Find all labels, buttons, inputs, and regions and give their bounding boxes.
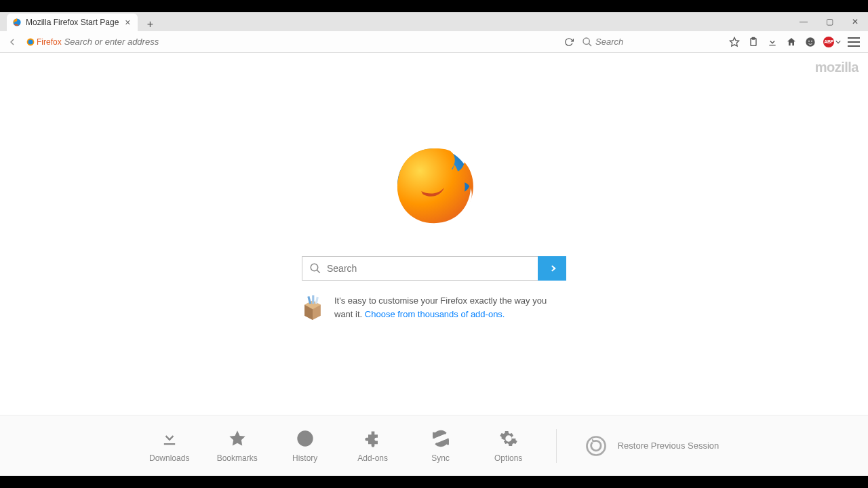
- nav-bar: Firefox ABP: [0, 31, 868, 53]
- search-icon: [582, 37, 593, 47]
- footer-divider: [556, 429, 557, 463]
- svg-point-12: [311, 264, 318, 271]
- launcher-label: Add-ons: [357, 453, 388, 463]
- tab-close-icon[interactable]: ×: [123, 18, 132, 27]
- smiley-icon[interactable]: [804, 36, 816, 48]
- mozilla-brand: mozilla: [815, 60, 859, 75]
- restore-session-button[interactable]: Restore Previous Session: [584, 434, 719, 458]
- clipboard-icon[interactable]: [747, 36, 760, 48]
- start-center: It's easy to customise your Firefox exac…: [292, 134, 576, 321]
- reload-button[interactable]: [561, 35, 576, 49]
- search-icon: [309, 262, 321, 274]
- search-go-button[interactable]: [538, 256, 566, 281]
- restore-label: Restore Previous Session: [618, 441, 719, 451]
- minimize-button[interactable]: —: [791, 12, 816, 31]
- promo-text: It's easy to customise your Firefox exac…: [334, 294, 566, 321]
- window-controls: — ▢ ✕: [791, 12, 868, 31]
- firefox-logo: [383, 134, 485, 236]
- promo-message: It's easy to customise your Firefox exac…: [302, 294, 566, 321]
- menu-button[interactable]: [848, 37, 860, 47]
- svg-line-13: [317, 270, 320, 273]
- downloads-icon[interactable]: [766, 36, 778, 48]
- maximize-button[interactable]: ▢: [816, 12, 842, 31]
- new-tab-button[interactable]: +: [142, 18, 158, 31]
- launcher-label: Sync: [431, 453, 450, 463]
- svg-point-10: [811, 40, 812, 41]
- svg-marker-17: [229, 430, 245, 445]
- toolbar-search[interactable]: [579, 34, 722, 50]
- identity-label: Firefox: [37, 37, 62, 47]
- page-content: mozilla: [0, 53, 868, 476]
- launcher-label: Options: [494, 453, 522, 463]
- home-icon[interactable]: [785, 36, 797, 48]
- launcher-label: Downloads: [149, 453, 189, 463]
- url-input[interactable]: [64, 37, 555, 47]
- page-search-bar: [302, 256, 566, 281]
- launcher-label: Bookmarks: [217, 453, 258, 463]
- launcher-label: History: [292, 453, 317, 463]
- page-search-input[interactable]: [327, 263, 531, 274]
- svg-marker-5: [730, 37, 738, 46]
- launcher-footer: Downloads Bookmarks History Add-ons Sync: [0, 415, 868, 476]
- tab-bar: Mozilla Firefox Start Page × + — ▢ ✕: [0, 12, 868, 31]
- window: Mozilla Firefox Start Page × + — ▢ ✕ Fir…: [0, 0, 868, 488]
- restore-icon: [584, 434, 608, 458]
- svg-rect-14: [307, 296, 311, 304]
- addons-box-icon: [302, 294, 323, 320]
- browser-chrome: Mozilla Firefox Start Page × + — ▢ ✕ Fir…: [0, 12, 868, 476]
- launchers: Downloads Bookmarks History Add-ons Sync: [149, 429, 529, 463]
- bookmark-star-icon[interactable]: [728, 36, 741, 48]
- back-button[interactable]: [4, 34, 20, 50]
- tab-title: Mozilla Firefox Start Page: [26, 18, 119, 27]
- launcher-options[interactable]: Options: [488, 429, 529, 463]
- svg-point-3: [583, 38, 589, 44]
- svg-rect-15: [312, 296, 314, 304]
- toolbar-search-input[interactable]: [595, 37, 719, 47]
- launcher-history[interactable]: History: [285, 429, 326, 463]
- firefox-favicon: [12, 18, 22, 27]
- svg-point-19: [587, 436, 605, 455]
- abp-icon[interactable]: ABP: [823, 36, 841, 48]
- svg-point-9: [808, 40, 810, 41]
- url-bar[interactable]: Firefox: [23, 34, 559, 50]
- page-search-box[interactable]: [302, 256, 538, 281]
- svg-rect-16: [315, 297, 319, 304]
- launcher-addons[interactable]: Add-ons: [353, 429, 393, 463]
- promo-link[interactable]: Choose from thousands of add-ons.: [365, 309, 505, 319]
- identity-box[interactable]: Firefox: [26, 37, 62, 47]
- svg-point-8: [806, 37, 814, 46]
- launcher-sync[interactable]: Sync: [420, 429, 461, 463]
- launcher-bookmarks[interactable]: Bookmarks: [217, 429, 258, 463]
- launcher-downloads[interactable]: Downloads: [149, 429, 190, 463]
- close-window-button[interactable]: ✕: [842, 12, 868, 31]
- svg-line-4: [589, 43, 591, 46]
- toolbar-icons: ABP: [724, 36, 864, 48]
- tab-active[interactable]: Mozilla Firefox Start Page ×: [7, 14, 138, 31]
- svg-point-2: [28, 39, 33, 44]
